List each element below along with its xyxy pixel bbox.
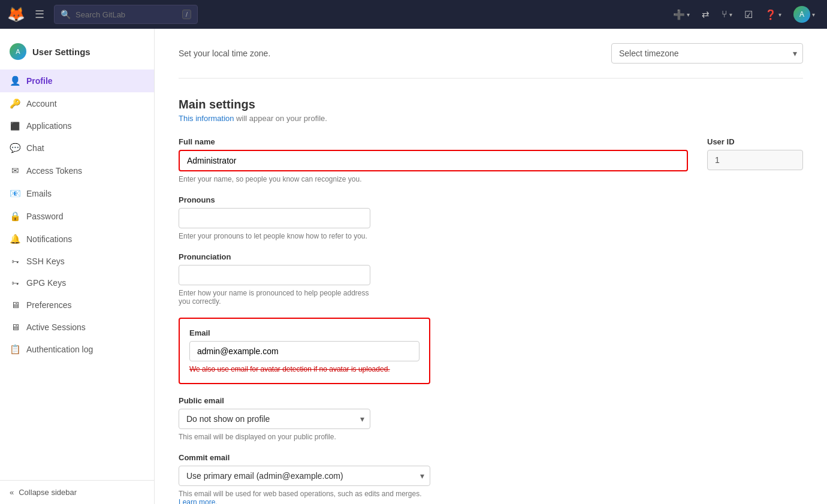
avatar-caret-icon: ▾: [812, 11, 815, 18]
code-review-button[interactable]: ⑂ ▾: [717, 5, 737, 23]
main-content: Set your local time zone. Select timezon…: [155, 29, 827, 504]
pronouns-group: Pronouns Enter your pronouns to let peop…: [179, 195, 370, 240]
full-name-group: Full name Enter your name, so people you…: [179, 137, 688, 183]
create-menu-button[interactable]: ➕ ▾: [668, 5, 695, 24]
pronouns-input[interactable]: [179, 208, 370, 228]
account-icon: 🔑: [10, 98, 20, 109]
sidebar-label-applications: Applications: [26, 121, 72, 131]
user-id-label: User ID: [707, 137, 803, 146]
timezone-section: Set your local time zone. Select timezon…: [179, 43, 803, 79]
timezone-label: Set your local time zone.: [179, 49, 270, 58]
pronunciation-input[interactable]: [179, 265, 370, 285]
plus-icon: ➕: [673, 9, 685, 20]
sidebar-item-profile[interactable]: 👤 Profile: [0, 70, 154, 92]
todo-button[interactable]: ☑: [740, 5, 757, 24]
user-avatar-button[interactable]: A ▾: [789, 2, 820, 26]
email-input[interactable]: [189, 341, 419, 361]
preferences-icon: 🖥: [10, 300, 20, 310]
sidebar-label-gpg-keys: GPG Keys: [26, 278, 66, 288]
commit-email-hint: This email will be used for web based op…: [179, 490, 430, 504]
hamburger-icon[interactable]: ☰: [32, 5, 47, 23]
review-caret-icon: ▾: [729, 11, 732, 18]
public-email-hint: This email will be displayed on your pub…: [179, 433, 370, 441]
collapse-sidebar-button[interactable]: « Collapse sidebar: [10, 488, 144, 497]
search-icon: 🔍: [61, 10, 71, 19]
slash-shortcut: /: [182, 10, 191, 19]
sidebar-label-access-tokens: Access Tokens: [26, 166, 82, 176]
sidebar-label-notifications: Notifications: [26, 234, 72, 244]
access-tokens-icon: ✉: [10, 165, 20, 176]
active-sessions-icon: 🖥: [10, 322, 20, 332]
sidebar-item-applications[interactable]: ⬛ Applications: [0, 115, 154, 137]
gitlab-logo[interactable]: 🦊: [7, 6, 25, 23]
topnav-actions: ➕ ▾ ⇄ ⑂ ▾ ☑ ❓ ▾ A ▾: [668, 2, 820, 26]
sidebar-item-ssh-keys[interactable]: 🗝 SSH Keys: [0, 251, 154, 272]
collapse-label: Collapse sidebar: [19, 488, 77, 497]
timezone-select[interactable]: Select timezone: [611, 43, 803, 64]
section-subtitle-rest: will appear on your profile.: [236, 114, 327, 123]
public-email-group: Public email Do not show on profileadmin…: [179, 396, 370, 441]
pronunciation-hint: Enter how your name is pronounced to hel…: [179, 289, 370, 306]
sidebar-item-active-sessions[interactable]: 🖥 Active Sessions: [0, 316, 154, 338]
commit-email-hint-text: This email will be used for web based op…: [179, 490, 422, 498]
sidebar-item-emails[interactable]: 📧 Emails: [0, 182, 154, 205]
learn-more-link[interactable]: Learn more.: [179, 498, 218, 504]
commit-email-select[interactable]: Use primary email (admin@example.com)adm…: [179, 466, 430, 486]
sidebar-footer: « Collapse sidebar: [0, 480, 154, 504]
sidebar-header: A User Settings: [0, 38, 154, 70]
timezone-select-wrapper: Select timezone: [611, 43, 803, 64]
public-email-select-wrapper: Do not show on profileadmin@example.com: [179, 409, 370, 429]
sidebar-item-authentication-log[interactable]: 📋 Authentication log: [0, 338, 154, 361]
public-email-select[interactable]: Do not show on profileadmin@example.com: [179, 409, 370, 429]
sidebar-item-chat[interactable]: 💬 Chat: [0, 137, 154, 159]
sidebar-label-emails: Emails: [26, 189, 52, 198]
full-name-label: Full name: [179, 137, 688, 146]
sidebar-label-ssh-keys: SSH Keys: [26, 256, 65, 266]
commit-email-select-wrapper: Use primary email (admin@example.com)adm…: [179, 466, 430, 486]
sidebar-label-password: Password: [26, 212, 63, 221]
code-review-icon: ⑂: [722, 9, 728, 20]
profile-icon: 👤: [10, 76, 20, 86]
sidebar-item-password[interactable]: 🔒 Password: [0, 205, 154, 228]
sidebar-item-notifications[interactable]: 🔔 Notifications: [0, 228, 154, 251]
user-id-group: User ID: [707, 137, 803, 183]
sidebar-label-chat: Chat: [26, 143, 44, 153]
pronunciation-label: Pronunciation: [179, 252, 370, 261]
password-icon: 🔒: [10, 211, 20, 222]
full-name-input[interactable]: [179, 150, 688, 171]
sidebar-label-active-sessions: Active Sessions: [26, 322, 86, 332]
sidebar-item-preferences[interactable]: 🖥 Preferences: [0, 294, 154, 316]
full-name-row: Full name Enter your name, so people you…: [179, 137, 803, 183]
email-label: Email: [189, 328, 419, 337]
ssh-keys-icon: 🗝: [10, 257, 20, 266]
search-input[interactable]: [76, 10, 177, 19]
sidebar-avatar: A: [10, 43, 26, 60]
help-icon: ❓: [765, 9, 777, 20]
section-title: Main settings: [179, 98, 803, 111]
section-subtitle-text: This information: [179, 114, 234, 123]
sidebar-item-account[interactable]: 🔑 Account: [0, 92, 154, 115]
help-button[interactable]: ❓ ▾: [760, 5, 786, 24]
auth-log-icon: 📋: [10, 344, 20, 355]
main-settings-section: Main settings This information will appe…: [179, 98, 803, 504]
notifications-icon: 🔔: [10, 234, 20, 245]
sidebar-item-access-tokens[interactable]: ✉ Access Tokens: [0, 159, 154, 182]
chat-icon: 💬: [10, 143, 20, 153]
email-highlighted-box: Email We also use email for avatar detec…: [179, 318, 430, 384]
emails-icon: 📧: [10, 188, 20, 199]
pronunciation-group: Pronunciation Enter how your name is pro…: [179, 252, 370, 306]
gpg-keys-icon: 🗝: [10, 279, 20, 288]
applications-icon: ⬛: [10, 122, 20, 131]
merge-requests-button[interactable]: ⇄: [697, 5, 714, 23]
plus-caret-icon: ▾: [687, 11, 690, 18]
pronouns-hint: Enter your pronouns to let people know h…: [179, 232, 370, 240]
sidebar-title: User Settings: [32, 47, 90, 57]
sidebar-label-account: Account: [26, 99, 57, 108]
topnav: 🦊 ☰ 🔍 / ➕ ▾ ⇄ ⑂ ▾ ☑ ❓ ▾ A ▾: [0, 0, 827, 29]
sidebar: A User Settings 👤 Profile 🔑 Account ⬛ Ap…: [0, 29, 155, 504]
search-bar[interactable]: 🔍 /: [54, 5, 198, 24]
user-id-input: [707, 150, 803, 170]
public-email-label: Public email: [179, 396, 370, 405]
full-name-hint: Enter your name, so people you know can …: [179, 175, 688, 183]
sidebar-item-gpg-keys[interactable]: 🗝 GPG Keys: [0, 272, 154, 294]
